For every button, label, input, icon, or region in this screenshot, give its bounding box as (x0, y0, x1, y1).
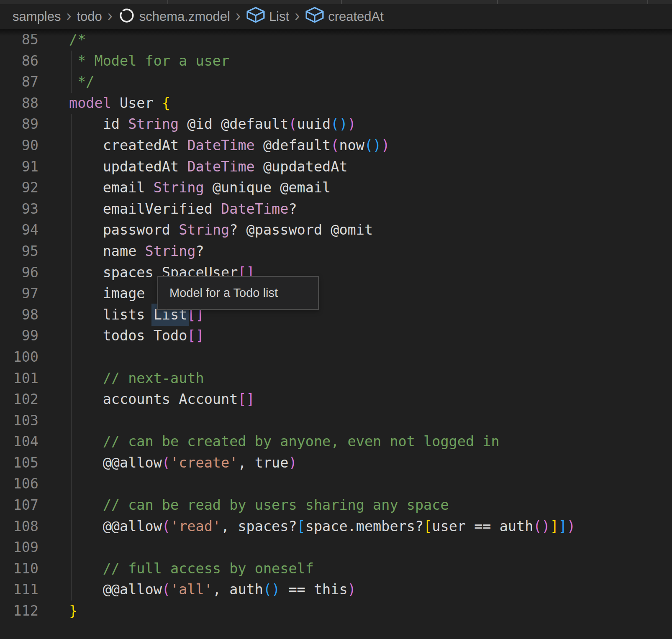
line-number[interactable]: 112 (0, 601, 69, 622)
code-line[interactable]: 91 updatedAt DateTime @updatedAt (0, 156, 672, 178)
cube-icon (305, 6, 324, 27)
code-line[interactable]: 89 id String @id @default(uuid()) (0, 114, 672, 135)
line-number[interactable]: 95 (0, 241, 69, 262)
line-number[interactable]: 107 (0, 495, 69, 516)
code-token: User (111, 95, 162, 111)
breadcrumb-label: createdAt (328, 9, 384, 24)
line-number[interactable]: 103 (0, 410, 69, 432)
line-number[interactable]: 104 (0, 431, 69, 452)
line-number[interactable]: 105 (0, 452, 69, 474)
line-number[interactable]: 109 (0, 537, 69, 558)
breadcrumb-item-schema-file[interactable]: schema.zmodel (118, 6, 230, 27)
code-text: } (69, 601, 77, 622)
code-token: ] (550, 518, 559, 534)
line-number[interactable]: 94 (0, 220, 69, 241)
code-line[interactable]: 108 @@allow('read', spaces?[space.member… (0, 516, 672, 537)
code-token: ) (288, 455, 297, 471)
code-token: uuid (297, 116, 331, 132)
code-line[interactable]: 107 // can be read by users sharing any … (0, 495, 672, 516)
line-number[interactable]: 88 (0, 93, 69, 114)
code-line[interactable]: 109 (0, 537, 672, 558)
code-token: [] (238, 391, 254, 407)
code-line[interactable]: 111 @@allow('all', auth() == this) (0, 579, 672, 601)
code-token: now (339, 137, 364, 153)
code-line[interactable]: 106 (0, 473, 672, 495)
code-line[interactable]: 102 accounts Account[] (0, 389, 672, 410)
line-number[interactable]: 102 (0, 389, 69, 410)
code-text: updatedAt DateTime @updatedAt (69, 156, 348, 178)
breadcrumb-item-list-symbol[interactable]: List (246, 6, 289, 27)
chevron-right-icon: › (236, 7, 241, 25)
line-number[interactable]: 108 (0, 516, 69, 537)
code-line[interactable]: 97 image (0, 283, 672, 304)
code-line[interactable]: 94 password String? @password @omit (0, 220, 672, 241)
code-line[interactable]: 110 // full access by oneself (0, 558, 672, 580)
code-text: model User { (69, 93, 170, 114)
code-text: @@allow('read', spaces?[space.members?[u… (69, 516, 575, 537)
code-line[interactable]: 100 (0, 347, 672, 368)
code-text: createdAt DateTime @default(now()) (69, 135, 390, 156)
code-line[interactable]: 88model User { (0, 93, 672, 114)
editor[interactable]: 85/*86 * Model for a user87 */88model Us… (0, 29, 672, 639)
line-number[interactable]: 101 (0, 368, 69, 389)
line-number[interactable]: 86 (0, 51, 69, 72)
line-number[interactable]: 92 (0, 177, 69, 199)
line-number[interactable]: 110 (0, 558, 69, 580)
code-line[interactable]: 112} (0, 601, 672, 622)
code-text: id String @id @default(uuid()) (69, 114, 356, 135)
code-line[interactable]: 101 // next-auth (0, 368, 672, 389)
tab-separator (497, 0, 498, 4)
code-token: ( (162, 518, 170, 534)
breadcrumb-item-createdat-symbol[interactable]: createdAt (305, 6, 384, 27)
code-line[interactable]: 85/* (0, 29, 672, 51)
code-line[interactable]: 105 @@allow('create', true) (0, 452, 672, 474)
line-number[interactable]: 89 (0, 114, 69, 135)
code-text: /* (69, 29, 86, 51)
code-token: () (263, 581, 280, 598)
code-token: todos Todo (69, 327, 187, 344)
line-number[interactable]: 98 (0, 304, 69, 326)
code-line[interactable]: 92 email String @unique @email (0, 177, 672, 199)
code-token: @@allow (69, 455, 162, 471)
line-number[interactable]: 106 (0, 473, 69, 495)
code-token: @id @default (179, 116, 288, 132)
breadcrumb-item-todo[interactable]: todo (77, 9, 102, 24)
code-line[interactable]: 98 lists List[] (0, 304, 672, 326)
code-text: emailVerified DateTime? (69, 199, 297, 220)
line-number[interactable]: 111 (0, 579, 69, 601)
code-token: lists (69, 307, 154, 323)
code-line[interactable]: 95 name String? (0, 241, 672, 262)
code-line[interactable]: 104 // can be created by anyone, even no… (0, 431, 672, 452)
tab-strip (0, 0, 672, 4)
code-line[interactable]: 103 (0, 410, 672, 432)
code-token: ) (348, 116, 356, 132)
code-line[interactable]: 86 * Model for a user (0, 51, 672, 72)
code-line[interactable]: 90 createdAt DateTime @default(now()) (0, 135, 672, 156)
line-number[interactable]: 85 (0, 29, 69, 51)
line-number[interactable]: 90 (0, 135, 69, 156)
line-number[interactable]: 99 (0, 325, 69, 347)
line-number[interactable]: 91 (0, 156, 69, 178)
line-number[interactable]: 96 (0, 262, 69, 284)
code-token: email (69, 179, 154, 196)
code-token: // full access by oneself (69, 560, 314, 577)
code-token: DateTime (221, 201, 288, 217)
code-token: () (331, 116, 347, 132)
line-number[interactable]: 97 (0, 283, 69, 304)
code-token: [ (423, 518, 432, 534)
code-line[interactable]: 93 emailVerified DateTime? (0, 199, 672, 220)
code-line[interactable]: 96 spaces SpaceUser[] (0, 262, 672, 284)
breadcrumb-item-samples[interactable]: samples (13, 9, 61, 24)
code-token: String (154, 179, 204, 196)
code-token: , spaces? (221, 518, 297, 534)
code-line[interactable]: 99 todos Todo[] (0, 325, 672, 347)
code-line[interactable]: 87 */ (0, 72, 672, 93)
line-number[interactable]: 87 (0, 72, 69, 93)
code-token: 'read' (170, 518, 221, 534)
code-area: 85/*86 * Model for a user87 */88model Us… (0, 29, 672, 622)
line-number[interactable]: 100 (0, 347, 69, 368)
code-token: == this (280, 581, 347, 598)
code-token: ] (559, 518, 567, 534)
line-number[interactable]: 93 (0, 199, 69, 220)
code-token: name (69, 243, 145, 259)
